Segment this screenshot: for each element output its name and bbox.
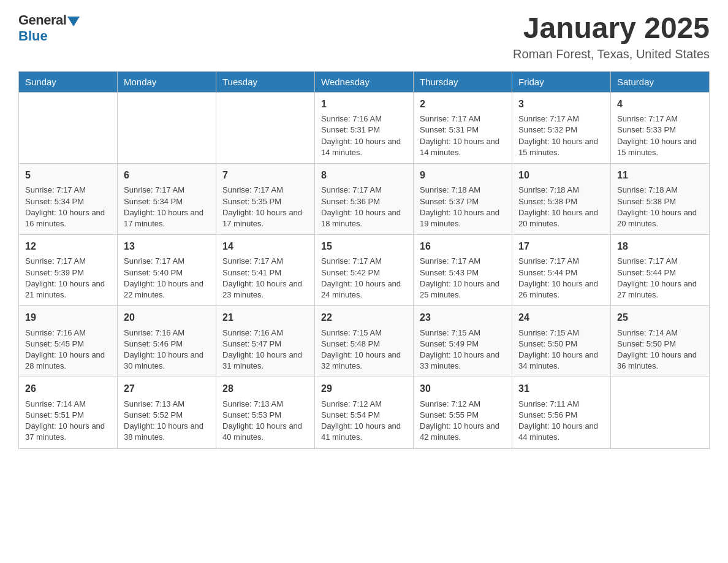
calendar-day-cell: 26Sunrise: 7:14 AMSunset: 5:51 PMDayligh…: [19, 377, 118, 448]
calendar-day-cell: 14Sunrise: 7:17 AMSunset: 5:41 PMDayligh…: [216, 235, 315, 306]
day-info-line: Sunrise: 7:13 AM: [222, 399, 308, 410]
calendar-table: SundayMondayTuesdayWednesdayThursdayFrid…: [18, 71, 710, 449]
day-info-line: Daylight: 10 hours and 14 minutes.: [321, 136, 407, 158]
day-info-line: Sunset: 5:32 PM: [518, 124, 604, 136]
day-number: 30: [420, 382, 506, 396]
day-info-line: Sunset: 5:53 PM: [222, 410, 308, 421]
calendar-day-cell: 7Sunrise: 7:17 AMSunset: 5:35 PMDaylight…: [216, 163, 315, 234]
day-info-line: Sunrise: 7:17 AM: [222, 185, 308, 196]
day-info-line: Daylight: 10 hours and 20 minutes.: [518, 207, 604, 229]
day-info-line: Sunset: 5:45 PM: [25, 339, 111, 350]
day-info-line: Daylight: 10 hours and 15 minutes.: [518, 136, 604, 158]
day-info-line: Sunrise: 7:16 AM: [25, 327, 111, 339]
day-info-line: Sunset: 5:38 PM: [518, 196, 604, 207]
day-info-line: Daylight: 10 hours and 40 minutes.: [222, 421, 308, 443]
day-info-line: Sunset: 5:56 PM: [518, 410, 604, 421]
day-info-line: Daylight: 10 hours and 33 minutes.: [420, 350, 506, 372]
page-title: January 2025: [513, 12, 710, 45]
day-info-line: Sunset: 5:41 PM: [222, 267, 308, 278]
day-info-line: Daylight: 10 hours and 32 minutes.: [321, 350, 407, 372]
day-info-line: Sunrise: 7:17 AM: [518, 256, 604, 267]
day-info-line: Daylight: 10 hours and 25 minutes.: [420, 278, 506, 301]
page-subtitle: Roman Forest, Texas, United States: [513, 47, 710, 61]
day-info-line: Sunset: 5:55 PM: [420, 410, 506, 421]
logo: General Blue: [18, 12, 80, 44]
day-number: 17: [518, 240, 604, 253]
day-info-line: Sunset: 5:44 PM: [617, 267, 703, 278]
logo-blue-text: Blue: [18, 28, 48, 44]
page-header: General Blue January 2025 Roman Forest, …: [18, 12, 710, 61]
day-number: 4: [617, 98, 703, 111]
day-info-line: Sunset: 5:33 PM: [617, 124, 703, 136]
calendar-week-row: 1Sunrise: 7:16 AMSunset: 5:31 PMDaylight…: [19, 92, 710, 163]
day-info-line: Sunrise: 7:17 AM: [124, 185, 210, 196]
calendar-week-row: 19Sunrise: 7:16 AMSunset: 5:45 PMDayligh…: [19, 306, 710, 377]
logo-triangle-icon: [67, 17, 80, 26]
day-info-line: Sunrise: 7:17 AM: [124, 256, 210, 267]
calendar-day-cell: [118, 92, 216, 163]
day-of-week-header: Tuesday: [216, 71, 315, 92]
day-number: 9: [420, 169, 506, 182]
day-info-line: Daylight: 10 hours and 27 minutes.: [617, 278, 703, 301]
day-number: 16: [420, 240, 506, 253]
day-info-line: Daylight: 10 hours and 37 minutes.: [25, 421, 111, 443]
calendar-day-cell: 19Sunrise: 7:16 AMSunset: 5:45 PMDayligh…: [19, 306, 118, 377]
day-number: 22: [321, 311, 407, 324]
day-info-line: Daylight: 10 hours and 31 minutes.: [222, 350, 308, 372]
day-info-line: Daylight: 10 hours and 36 minutes.: [617, 350, 703, 372]
calendar-day-cell: 30Sunrise: 7:12 AMSunset: 5:55 PMDayligh…: [414, 377, 512, 448]
calendar-day-cell: 2Sunrise: 7:17 AMSunset: 5:31 PMDaylight…: [414, 92, 512, 163]
calendar-day-cell: 15Sunrise: 7:17 AMSunset: 5:42 PMDayligh…: [315, 235, 414, 306]
day-number: 13: [124, 240, 210, 253]
day-info-line: Sunrise: 7:15 AM: [321, 327, 407, 339]
day-info-line: Sunset: 5:52 PM: [124, 410, 210, 421]
day-info-line: Sunset: 5:42 PM: [321, 267, 407, 278]
day-number: 7: [222, 169, 308, 182]
day-info-line: Sunset: 5:46 PM: [124, 339, 210, 350]
day-info-line: Sunrise: 7:18 AM: [617, 185, 703, 196]
day-number: 25: [617, 311, 703, 324]
day-info-line: Daylight: 10 hours and 30 minutes.: [124, 350, 210, 372]
day-info-line: Sunrise: 7:17 AM: [420, 256, 506, 267]
day-info-line: Daylight: 10 hours and 41 minutes.: [321, 421, 407, 443]
day-of-week-header: Thursday: [414, 71, 512, 92]
calendar-day-cell: 18Sunrise: 7:17 AMSunset: 5:44 PMDayligh…: [611, 235, 710, 306]
day-number: 15: [321, 240, 407, 253]
day-info-line: Sunset: 5:50 PM: [518, 339, 604, 350]
day-number: 1: [321, 98, 407, 111]
calendar-day-cell: 29Sunrise: 7:12 AMSunset: 5:54 PMDayligh…: [315, 377, 414, 448]
calendar-day-cell: [216, 92, 315, 163]
calendar-day-cell: 21Sunrise: 7:16 AMSunset: 5:47 PMDayligh…: [216, 306, 315, 377]
calendar-day-cell: 20Sunrise: 7:16 AMSunset: 5:46 PMDayligh…: [118, 306, 216, 377]
calendar-day-cell: 31Sunrise: 7:11 AMSunset: 5:56 PMDayligh…: [512, 377, 611, 448]
calendar-day-cell: 3Sunrise: 7:17 AMSunset: 5:32 PMDaylight…: [512, 92, 611, 163]
calendar-day-cell: 24Sunrise: 7:15 AMSunset: 5:50 PMDayligh…: [512, 306, 611, 377]
calendar-day-cell: 28Sunrise: 7:13 AMSunset: 5:53 PMDayligh…: [216, 377, 315, 448]
day-number: 5: [25, 169, 111, 182]
day-of-week-header: Sunday: [19, 71, 118, 92]
day-info-line: Sunset: 5:43 PM: [420, 267, 506, 278]
day-of-week-header: Wednesday: [315, 71, 414, 92]
day-info-line: Sunrise: 7:15 AM: [420, 327, 506, 339]
day-info-line: Daylight: 10 hours and 17 minutes.: [222, 207, 308, 229]
day-info-line: Daylight: 10 hours and 26 minutes.: [518, 278, 604, 301]
title-block: January 2025 Roman Forest, Texas, United…: [513, 12, 710, 61]
day-info-line: Sunset: 5:39 PM: [25, 267, 111, 278]
day-info-line: Sunrise: 7:12 AM: [420, 399, 506, 410]
day-of-week-header: Saturday: [611, 71, 710, 92]
logo-general-text: General: [18, 12, 66, 28]
day-number: 29: [321, 382, 407, 396]
day-info-line: Sunrise: 7:15 AM: [518, 327, 604, 339]
calendar-day-cell: 4Sunrise: 7:17 AMSunset: 5:33 PMDaylight…: [611, 92, 710, 163]
calendar-day-cell: 25Sunrise: 7:14 AMSunset: 5:50 PMDayligh…: [611, 306, 710, 377]
day-info-line: Sunrise: 7:16 AM: [222, 327, 308, 339]
day-info-line: Daylight: 10 hours and 18 minutes.: [321, 207, 407, 229]
day-number: 26: [25, 382, 111, 396]
day-info-line: Sunrise: 7:17 AM: [321, 256, 407, 267]
day-number: 11: [617, 169, 703, 182]
day-info-line: Sunrise: 7:17 AM: [518, 113, 604, 124]
calendar-day-cell: 8Sunrise: 7:17 AMSunset: 5:36 PMDaylight…: [315, 163, 414, 234]
day-info-line: Sunset: 5:49 PM: [420, 339, 506, 350]
day-info-line: Sunset: 5:34 PM: [25, 196, 111, 207]
day-info-line: Sunset: 5:54 PM: [321, 410, 407, 421]
